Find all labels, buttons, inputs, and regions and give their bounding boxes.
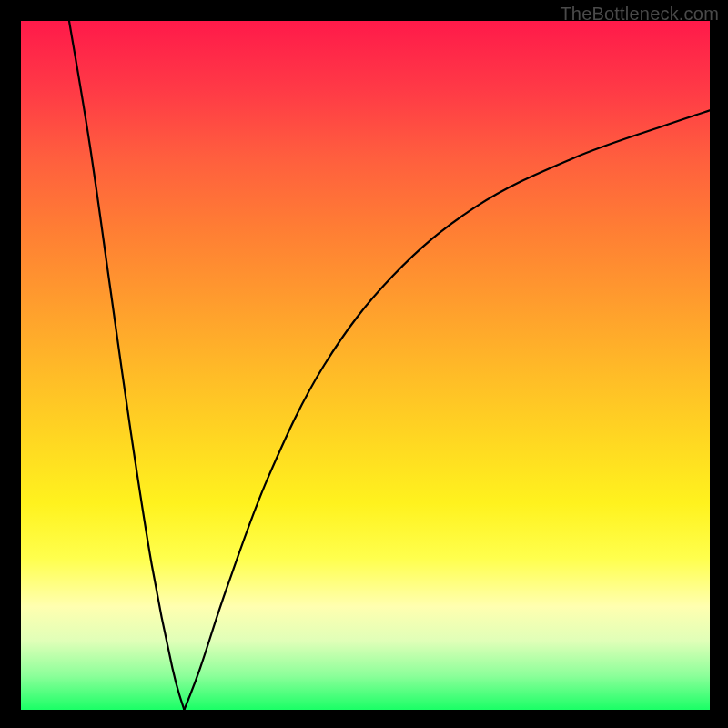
curve-right-curve (184, 110, 710, 710)
curves (69, 21, 710, 710)
marker-capsule (233, 534, 238, 555)
watermark-text: TheBottleneck.com (560, 4, 719, 25)
curve-layer (21, 21, 710, 710)
chart-frame: TheBottleneck.com (0, 0, 728, 728)
marker-capsule (157, 507, 160, 531)
marker-capsule (170, 621, 173, 644)
curve-left-curve (69, 21, 184, 710)
marker-capsule (164, 558, 166, 585)
plot-area (21, 21, 710, 710)
